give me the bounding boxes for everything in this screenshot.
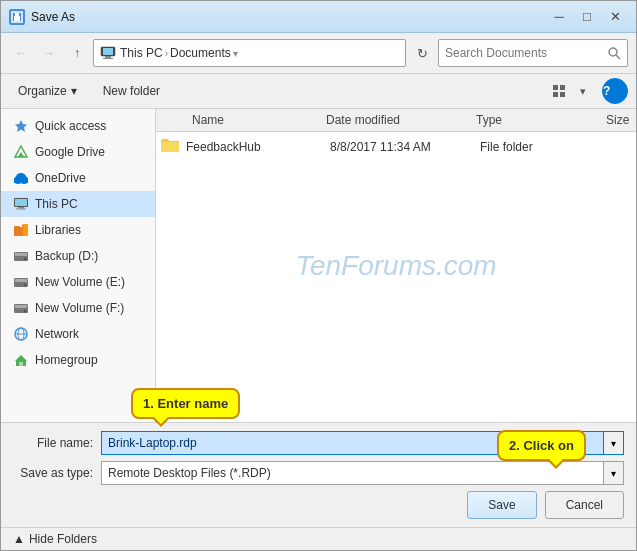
breadcrumb-dropdown[interactable]: ▾ <box>233 48 238 59</box>
action-row: Save Cancel <box>13 491 624 519</box>
file-list-header: Name Date modified Type Size <box>156 109 636 132</box>
toolbar: Organize ▾ New folder ▾ ? <box>1 74 636 109</box>
savetype-dropdown-btn[interactable]: ▾ <box>604 461 624 485</box>
sidebar-volume-e-label: New Volume (E:) <box>35 275 125 289</box>
table-row[interactable]: FeedbackHub 8/8/2017 11:34 AM File folde… <box>156 132 636 162</box>
hide-folders-bar: ▲ Hide Folders <box>1 527 636 550</box>
save-as-dialog: Save As ─ □ ✕ ← → ↑ This PC › Documents … <box>0 0 637 551</box>
up-button[interactable]: ↑ <box>65 41 89 65</box>
search-box[interactable] <box>438 39 628 67</box>
svg-point-7 <box>609 48 617 56</box>
new-folder-label: New folder <box>103 84 160 98</box>
hide-folders-label: Hide Folders <box>29 532 97 546</box>
file-list: FeedbackHub 8/8/2017 11:34 AM File folde… <box>156 132 636 422</box>
svg-marker-15 <box>18 152 24 157</box>
svg-rect-23 <box>16 209 26 210</box>
sidebar-item-onedrive[interactable]: OneDrive <box>1 165 155 191</box>
dialog-title: Save As <box>31 10 546 24</box>
breadcrumb-thispc[interactable]: This PC <box>120 46 163 60</box>
address-bar: ← → ↑ This PC › Documents ▾ ↻ <box>1 33 636 74</box>
breadcrumb: This PC › Documents ▾ <box>120 46 238 60</box>
cancel-button[interactable]: Cancel <box>545 491 624 519</box>
sidebar-googledrive-label: Google Drive <box>35 145 105 159</box>
svg-rect-12 <box>560 92 565 97</box>
sidebar-item-googledrive[interactable]: Google Drive <box>1 139 155 165</box>
bottom-area: File name: ▾ Save as type: Remote Deskto… <box>1 422 636 527</box>
svg-rect-22 <box>18 207 24 209</box>
libraries-icon <box>13 222 29 238</box>
organize-arrow: ▾ <box>71 84 77 98</box>
svg-rect-2 <box>15 13 19 16</box>
sidebar-item-libraries[interactable]: Libraries <box>1 217 155 243</box>
sidebar-network-label: Network <box>35 327 79 341</box>
svg-rect-6 <box>103 58 113 59</box>
search-icon <box>607 46 621 60</box>
save-button[interactable]: Save <box>467 491 536 519</box>
sidebar-quickaccess-label: Quick access <box>35 119 106 133</box>
hide-folders-button[interactable]: ▲ Hide Folders <box>13 532 97 546</box>
sidebar-item-thispc[interactable]: This PC <box>1 191 155 217</box>
svg-point-32 <box>24 284 27 287</box>
col-name-header[interactable]: Name <box>156 113 326 127</box>
svg-rect-34 <box>15 305 27 308</box>
svg-rect-28 <box>15 253 27 256</box>
filename-input[interactable] <box>101 431 604 455</box>
file-name: FeedbackHub <box>186 140 330 154</box>
sidebar-item-volume-e[interactable]: New Volume (E:) <box>1 269 155 295</box>
savetype-input-wrapper: Remote Desktop Files (*.RDP) ▾ <box>101 461 624 485</box>
search-input[interactable] <box>445 46 603 60</box>
help-icon: ? <box>603 84 610 98</box>
minimize-button[interactable]: ─ <box>546 6 572 28</box>
svg-rect-1 <box>14 16 20 21</box>
address-box[interactable]: This PC › Documents ▾ <box>93 39 406 67</box>
main-area: Quick access Google Drive OneDrive This … <box>1 109 636 422</box>
sidebar-item-backup[interactable]: Backup (D:) <box>1 243 155 269</box>
svg-rect-31 <box>15 279 27 282</box>
view-toggle-button[interactable] <box>548 80 570 102</box>
title-bar: Save As ─ □ ✕ <box>1 1 636 33</box>
volume-f-icon <box>13 300 29 316</box>
maximize-button[interactable]: □ <box>574 6 600 28</box>
sidebar-onedrive-label: OneDrive <box>35 171 86 185</box>
breadcrumb-documents[interactable]: Documents <box>170 46 231 60</box>
sidebar-item-volume-f[interactable]: New Volume (F:) <box>1 295 155 321</box>
sidebar-libraries-label: Libraries <box>35 223 81 237</box>
svg-rect-26 <box>18 227 23 236</box>
organize-button[interactable]: Organize ▾ <box>9 78 86 104</box>
filename-dropdown-btn[interactable]: ▾ <box>604 431 624 455</box>
back-button[interactable]: ← <box>9 41 33 65</box>
view-arrow-button[interactable]: ▾ <box>572 80 594 102</box>
svg-rect-9 <box>553 85 558 90</box>
folder-icon <box>160 137 180 157</box>
savetype-select[interactable]: Remote Desktop Files (*.RDP) <box>101 461 604 485</box>
refresh-button[interactable]: ↻ <box>410 39 434 67</box>
homegroup-icon <box>13 352 29 368</box>
svg-rect-11 <box>553 92 558 97</box>
col-type-header[interactable]: Type <box>476 113 606 127</box>
help-button[interactable]: ? <box>602 78 628 104</box>
svg-rect-5 <box>105 56 111 58</box>
organize-label: Organize <box>18 84 67 98</box>
sidebar-item-homegroup[interactable]: Homegroup <box>1 347 155 373</box>
view-icons: ▾ <box>548 80 594 102</box>
new-folder-button[interactable]: New folder <box>94 78 169 104</box>
svg-point-29 <box>24 258 27 261</box>
breadcrumb-sep1: › <box>165 48 168 59</box>
sidebar-item-quickaccess[interactable]: Quick access <box>1 113 155 139</box>
dialog-icon <box>9 9 25 25</box>
col-size-header[interactable]: Size <box>606 113 636 127</box>
bottom-form-container: 1. Enter name 2. Click on File name: ▾ S… <box>1 422 636 527</box>
googledrive-icon <box>13 144 29 160</box>
sidebar-item-network[interactable]: Network <box>1 321 155 347</box>
svg-point-35 <box>24 310 27 313</box>
filename-input-wrapper: ▾ <box>101 431 624 455</box>
quickaccess-icon <box>13 118 29 134</box>
close-button[interactable]: ✕ <box>602 6 628 28</box>
col-date-header[interactable]: Date modified <box>326 113 476 127</box>
window-controls: ─ □ ✕ <box>546 6 628 28</box>
sidebar-volume-f-label: New Volume (F:) <box>35 301 124 315</box>
volume-e-icon <box>13 274 29 290</box>
hide-folders-arrow: ▲ <box>13 532 25 546</box>
onedrive-icon <box>13 170 29 186</box>
forward-button[interactable]: → <box>37 41 61 65</box>
